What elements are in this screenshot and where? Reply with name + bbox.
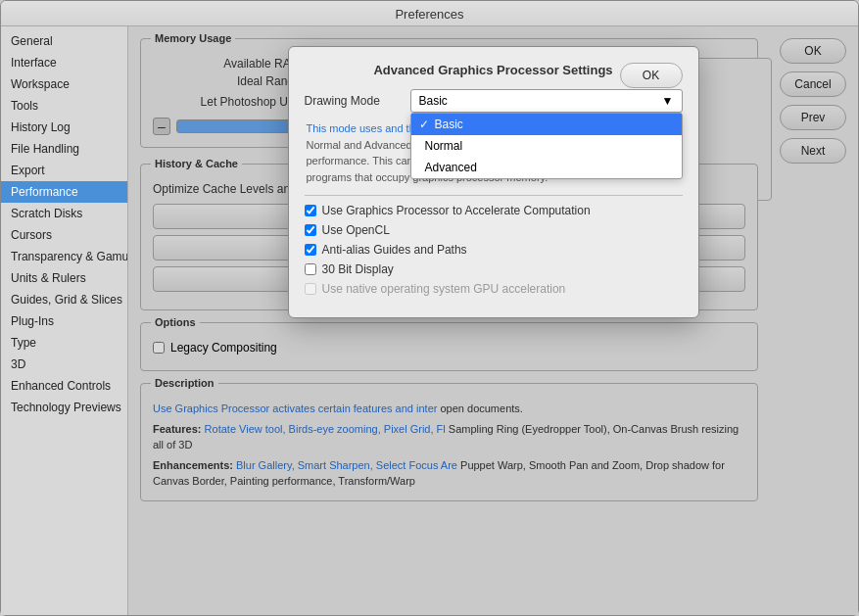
sidebar-item-technology-previews[interactable]: Technology Previews xyxy=(1,397,127,418)
drawing-mode-list: ✓BasicNormalAdvanced xyxy=(410,113,683,179)
native-gpu-row: Use native operating system GPU accelera… xyxy=(305,282,683,296)
native-gpu-checkbox[interactable] xyxy=(305,283,316,295)
antialias-checkbox[interactable] xyxy=(305,244,316,256)
drawing-mode-dropdown[interactable]: Basic ▼ xyxy=(410,89,683,113)
opencl-checkbox[interactable] xyxy=(305,224,316,236)
sidebar: GeneralInterfaceWorkspaceToolsHistory Lo… xyxy=(1,26,128,615)
preferences-window: Preferences GeneralInterfaceWorkspaceToo… xyxy=(0,0,859,616)
sidebar-item-file-handling[interactable]: File Handling xyxy=(1,138,127,160)
selected-mode: Basic xyxy=(419,94,448,108)
sidebar-item-performance[interactable]: Performance xyxy=(1,181,127,203)
sidebar-item-workspace[interactable]: Workspace xyxy=(1,73,127,95)
sidebar-item-history-log[interactable]: History Log xyxy=(1,117,127,138)
sidebar-item-transparency-gamut[interactable]: Transparency & Gamut xyxy=(1,246,127,267)
sidebar-item-scratch-disks[interactable]: Scratch Disks xyxy=(1,203,127,224)
30bit-row: 30 Bit Display xyxy=(305,262,683,276)
sidebar-item-guides,-grid-slices[interactable]: Guides, Grid & Slices xyxy=(1,289,127,310)
sidebar-item-enhanced-controls[interactable]: Enhanced Controls xyxy=(1,375,127,397)
sidebar-item-units-rulers[interactable]: Units & Rulers xyxy=(1,267,127,289)
antialias-row: Anti-alias Guides and Paths xyxy=(305,243,683,257)
dropdown-item-advanced[interactable]: Advanced xyxy=(411,157,682,178)
content-area: OK Cancel Prev Next Memory Usage Availab… xyxy=(128,26,858,615)
native-gpu-label: Use native operating system GPU accelera… xyxy=(322,282,566,296)
30bit-label: 30 Bit Display xyxy=(322,262,394,276)
sidebar-item-cursors[interactable]: Cursors xyxy=(1,224,127,246)
window-title: Preferences xyxy=(395,7,463,22)
dropdown-arrow: ▼ xyxy=(662,94,674,108)
title-bar: Preferences xyxy=(1,1,858,26)
sidebar-item-export[interactable]: Export xyxy=(1,160,127,181)
opencl-label: Use OpenCL xyxy=(322,223,390,237)
sidebar-item-tools[interactable]: Tools xyxy=(1,95,127,117)
sidebar-item-plug-ins[interactable]: Plug-Ins xyxy=(1,310,127,332)
accelerate-computation-checkbox[interactable] xyxy=(305,205,316,216)
modal-overlay: Advanced Graphics Processor Settings OK … xyxy=(128,26,858,615)
sidebar-item-interface[interactable]: Interface xyxy=(1,52,127,73)
30bit-checkbox[interactable] xyxy=(305,263,316,275)
antialias-label: Anti-alias Guides and Paths xyxy=(322,243,467,257)
drawing-mode-label: Drawing Mode xyxy=(305,94,403,108)
advanced-gpu-modal: Advanced Graphics Processor Settings OK … xyxy=(288,46,699,318)
sidebar-item-3d[interactable]: 3D xyxy=(1,354,127,375)
modal-ok-button[interactable]: OK xyxy=(620,63,683,88)
opencl-row: Use OpenCL xyxy=(305,223,683,237)
accelerate-computation-row: Use Graphics Processor to Accelerate Com… xyxy=(305,204,683,217)
modal-desc1: This mode uses xyxy=(307,122,386,134)
dropdown-item-normal[interactable]: Normal xyxy=(411,135,682,157)
divider xyxy=(305,195,683,196)
accelerate-computation-label: Use Graphics Processor to Accelerate Com… xyxy=(322,204,591,217)
dropdown-item-basic[interactable]: ✓Basic xyxy=(411,114,682,135)
sidebar-item-type[interactable]: Type xyxy=(1,332,127,354)
sidebar-item-general[interactable]: General xyxy=(1,30,127,52)
drawing-mode-row: Drawing Mode Basic ▼ ✓BasicNormalAdvance… xyxy=(305,89,683,113)
drawing-mode-dropdown-wrapper[interactable]: Basic ▼ ✓BasicNormalAdvanced xyxy=(410,89,683,113)
